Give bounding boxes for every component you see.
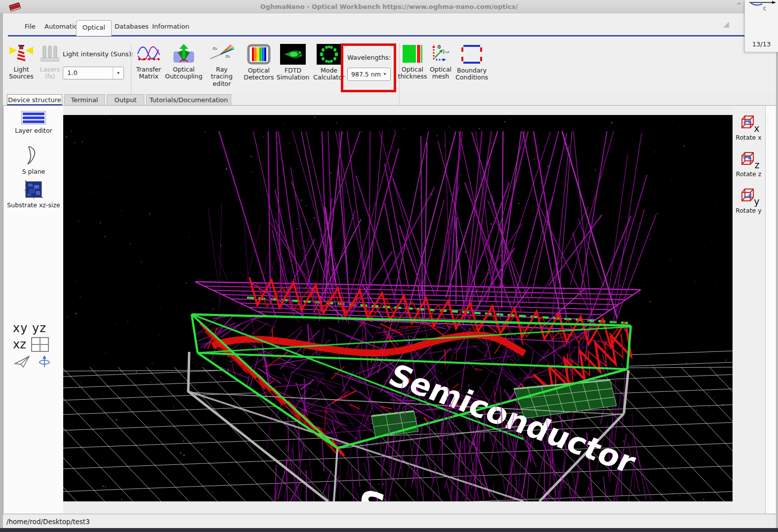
menu-tab-optical[interactable]: Optical [76,20,112,36]
transfer-matrix-icon [137,44,161,64]
progress-counter: 13/13 [745,40,778,48]
svg-text:Jₙ,ₚ: Jₙ,ₚ [443,49,450,54]
window-border [776,13,778,528]
detectors-icon [247,44,271,65]
wavelengths-dropdown[interactable]: 987.5 nm ▾ [347,68,391,81]
light-intensity-value: 1.0 [67,69,78,76]
substrate-xz-size-button[interactable]: xz Substrate xz-size [4,180,63,209]
app-logo-icon [7,2,21,14]
laser-pillars-icon [40,44,60,64]
mode-calculator-icon [317,44,341,65]
svg-text:z: z [33,196,35,199]
substrate-thumbnail-icon: xz [24,180,43,199]
s-plane-button[interactable]: S plane [4,146,63,175]
fdtd-simulation-button[interactable]: FDTD Simulation [276,44,310,81]
rotate-x-button[interactable]: x Rotate x [733,115,765,141]
view-xz-button[interactable]: xz [4,337,63,352]
lighthouse-icon [9,44,34,64]
light-intensity-label: Light intensity (Suns): [63,50,133,58]
left-toolbar: Layer editor S plane xz Substrate xz-siz… [4,106,63,513]
wavelengths-label: Wavelengths: [347,54,391,61]
svg-text:n₂: n₂ [212,46,217,51]
view-tools-row [4,355,63,368]
light-intensity-dropdown[interactable]: 1.0 ▾ [63,67,124,79]
dropdown-arrow-icon[interactable]: ▾ [379,68,390,80]
ray-tracing-icon: n₂ n₁ [209,44,234,64]
rotate-axis-icon[interactable] [39,355,50,368]
view-xy-yz-buttons[interactable]: xy yz [4,321,63,335]
menu-tab-information[interactable]: Information [146,20,195,34]
resize-grip-icon[interactable] [722,21,730,29]
window-title: OghmaNano - Optical Workbench https://ww… [0,0,778,13]
ray-tracing-editor-button[interactable]: n₂ n₁ Ray tracing editor [205,44,239,87]
rotate-z-button[interactable]: z Rotate z [733,152,765,178]
optical-outcoupling-button[interactable]: Optical Outcoupling [166,44,202,80]
fdtd-icon [280,44,306,65]
boundary-conditions-icon [460,44,483,65]
optical-mesh-icon: ΦJₙ,ₚ [430,44,451,64]
device-3d-view[interactable]: Semiconductor S [63,115,733,501]
mode-calculator-button[interactable]: Mode Calculator [313,44,345,81]
document-tab-strip: Device structure Terminal Output Tutoria… [3,94,776,105]
optical-detectors-button[interactable]: Optical Detectors [244,44,274,81]
layer-editor-button[interactable]: Layer editor [4,111,63,134]
transfer-matrix-button[interactable]: Transfer Matrix [133,44,164,80]
right-panel-strip [765,106,776,513]
menu-bar: File Automation Optical Databases Inform… [3,13,776,36]
menu-tab-file[interactable]: File [19,20,41,34]
svg-text:Φ: Φ [437,44,441,50]
current-path: /home/rod/Desktop/test3 [6,518,90,526]
optical-thickness-icon [402,44,423,64]
wavelengths-value: 987.5 nm [351,71,381,78]
tab-output[interactable]: Output [107,94,144,105]
rotate-y-button[interactable]: y Rotate y [733,188,765,214]
fly-paper-plane-icon[interactable] [14,355,31,368]
layer-editor-icon [21,111,46,124]
boundary-conditions-button[interactable]: Boundary Conditions [455,44,488,81]
right-toolbar: x Rotate x z Rotate z y Rotate y [733,106,765,513]
tab-device-structure[interactable]: Device structure [7,94,62,106]
lasers-button[interactable]: Lasers (fs) [38,44,62,80]
svg-text:ς: ς [763,5,766,11]
s-plane-icon [26,146,41,165]
optical-mesh-button[interactable]: ΦJₙ,ₚ Optical mesh [428,44,453,80]
xz-label: xz [13,338,26,351]
tab-tutorials[interactable]: Tutorials/Documentation [146,94,231,105]
scroll-up-icon[interactable]: ^ [735,2,743,11]
light-sources-button[interactable]: Light Sources [6,44,37,80]
menu-accent-line [8,35,745,37]
title-bar[interactable]: OghmaNano - Optical Workbench https://ww… [0,0,778,13]
window-border [0,13,3,528]
dropdown-arrow-icon[interactable]: ▾ [113,67,123,79]
floating-progress-panel[interactable]: ς 13/13 [744,0,778,52]
mini-plot-icon: ς [745,0,778,13]
optical-thickness-button[interactable]: Optical thickness [398,44,427,80]
window-bottom-edge [0,528,778,532]
svg-text:n₁: n₁ [225,54,230,59]
status-bar: /home/rod/Desktop/test3 [0,515,778,528]
tab-terminal[interactable]: Terminal [64,94,105,105]
split-view-grid-icon[interactable] [31,337,49,352]
ribbon-toolbar: Light Sources Lasers (fs) Light intensit… [3,37,776,94]
svg-text:x: x [24,189,26,191]
outcoupling-icon [172,44,196,64]
